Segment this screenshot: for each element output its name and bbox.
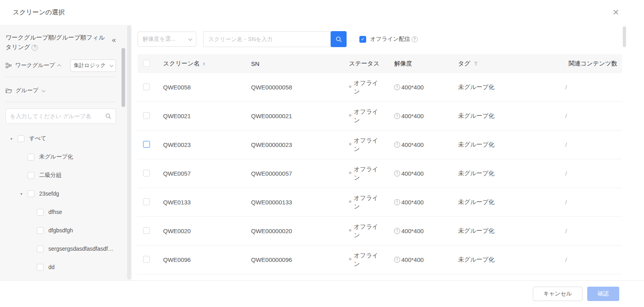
tree-item[interactable]: dfhse xyxy=(6,203,116,221)
screen-name-cell: QWE0057 xyxy=(160,170,248,177)
tree-checkbox[interactable] xyxy=(37,209,44,216)
row-checkbox[interactable] xyxy=(143,256,150,263)
warning-circle-icon: ! xyxy=(394,84,400,90)
status-text: オフライン xyxy=(354,79,379,95)
status-text: オフライン xyxy=(354,108,379,124)
confirm-button[interactable]: 確認 xyxy=(587,287,619,301)
tree-item-label: dfgbsdfgh xyxy=(48,227,73,234)
column-header-tag[interactable]: タグ xyxy=(455,60,559,67)
tree-item[interactable]: ▾すべて xyxy=(6,129,116,148)
tree-item[interactable]: 二級分組 xyxy=(6,166,116,184)
table-row: QWE0023QWE00000023オフライン!400*400未グループ化/ xyxy=(138,131,622,159)
table-row: QWE0058QWE00000058オフライン!400*400未グループ化/ xyxy=(138,73,622,102)
screen-name-cell: QWE0023 xyxy=(160,141,248,148)
workgroup-section-header[interactable]: ワークグループ 集計ロジック xyxy=(6,59,116,72)
tag-cell: 未グループ化 xyxy=(455,83,559,91)
tree-item[interactable]: dfgbsdfgh xyxy=(6,221,116,240)
select-all-checkbox[interactable] xyxy=(143,60,150,67)
group-section-header[interactable]: グループ xyxy=(6,84,116,97)
row-checkbox[interactable] xyxy=(143,227,150,234)
screen-search-input[interactable] xyxy=(203,31,331,47)
expand-arrow-icon[interactable]: ▾ xyxy=(10,137,18,141)
aggregation-logic-value: 集計ロジック xyxy=(74,62,106,69)
cancel-button[interactable]: キャンセル xyxy=(533,287,582,301)
row-checkbox[interactable] xyxy=(143,198,150,205)
status-text: オフライン xyxy=(354,194,379,210)
tree-item[interactable]: 未グループ化 xyxy=(6,148,116,166)
close-icon[interactable]: ✕ xyxy=(612,8,619,16)
row-checkbox[interactable] xyxy=(143,112,150,119)
row-checkbox[interactable] xyxy=(143,141,150,148)
expand-arrow-icon[interactable]: ▾ xyxy=(20,192,28,196)
search-button[interactable] xyxy=(331,31,347,47)
divider xyxy=(6,77,116,77)
status-text: オフライン xyxy=(354,165,379,182)
tree-item-label: すべて xyxy=(29,135,46,142)
status-text: オフライン xyxy=(354,252,379,268)
tree-checkbox[interactable] xyxy=(18,135,24,142)
warning-circle-icon: ! xyxy=(394,228,400,234)
status-cell: オフライン xyxy=(346,108,391,124)
tree-item[interactable]: dd xyxy=(6,258,116,276)
offline-delivery-option: ✓ オフライン配信 ? xyxy=(359,36,418,43)
search-icon[interactable] xyxy=(105,113,112,119)
resolution-text: 400*400 xyxy=(401,256,424,263)
filter-sidebar: ワークグループ順/グループ順フィルタリング? « ワークグループ 集計ロジック xyxy=(0,25,132,280)
collapse-sidebar-icon[interactable]: « xyxy=(112,36,116,52)
sidebar-scrollbar-track[interactable] xyxy=(127,26,131,279)
chevron-down-icon xyxy=(188,37,192,41)
offline-delivery-label: オフライン配信 xyxy=(370,36,410,43)
tree-item[interactable]: sergsergsdasdfasdfasdfas... xyxy=(6,240,116,258)
tree-checkbox[interactable] xyxy=(37,264,44,271)
content-count-cell: / xyxy=(559,228,622,234)
table-row: QWE0133QWE00000133オフライン!400*400未グループ化/ xyxy=(138,188,622,217)
tree-item-label: 二級分組 xyxy=(39,172,62,179)
content-count-cell: / xyxy=(559,113,622,119)
group-search-box xyxy=(6,109,116,124)
sn-cell: QWE00000058 xyxy=(248,84,346,91)
content-count-cell: / xyxy=(559,199,622,206)
tag-cell: 未グループ化 xyxy=(455,112,559,120)
offline-delivery-checkbox[interactable]: ✓ xyxy=(359,36,366,43)
tree-checkbox[interactable] xyxy=(28,190,34,197)
status-dot-icon xyxy=(349,85,351,88)
resolution-select[interactable]: 解像度を選... xyxy=(138,32,196,47)
group-tree: ▾すべて未グループ化二級分組▾23sefdgdfhsedfgbsdfghserg… xyxy=(6,129,116,276)
filter-icon[interactable] xyxy=(474,61,478,66)
tree-checkbox[interactable] xyxy=(37,227,44,234)
sn-cell: QWE00000023 xyxy=(248,141,346,148)
folder-icon xyxy=(6,88,12,94)
resolution-cell: !400*400 xyxy=(391,256,455,263)
table-row: QWE0020QWE00000020オフライン!400*400未グループ化/ xyxy=(138,217,622,246)
screen-name-cell: QWE0020 xyxy=(160,228,248,234)
row-checkbox[interactable] xyxy=(143,83,150,90)
aggregation-logic-select[interactable]: 集計ロジック xyxy=(70,59,116,72)
table-scrollbar-thumb[interactable] xyxy=(623,26,626,47)
help-icon[interactable]: ? xyxy=(32,45,38,51)
status-dot-icon xyxy=(349,172,351,174)
row-checkbox[interactable] xyxy=(143,170,150,176)
tree-checkbox[interactable] xyxy=(28,154,34,160)
sn-cell: QWE00000133 xyxy=(248,199,346,206)
sn-cell: QWE00000020 xyxy=(248,228,346,234)
group-search-input[interactable] xyxy=(10,113,105,119)
tag-cell: 未グループ化 xyxy=(455,170,559,177)
tree-checkbox[interactable] xyxy=(28,172,34,179)
resolution-cell: !400*400 xyxy=(391,199,455,206)
sort-icon[interactable]: ▲▼ xyxy=(202,62,205,66)
screen-name-cell: QWE0133 xyxy=(160,199,248,206)
status-dot-icon xyxy=(349,143,351,145)
column-header-sn: SN xyxy=(248,60,346,67)
resolution-cell: !400*400 xyxy=(391,228,455,234)
tree-checkbox[interactable] xyxy=(37,246,44,252)
tree-item[interactable]: ▾23sefdg xyxy=(6,184,116,203)
resolution-text: 400*400 xyxy=(401,141,424,148)
column-header-name[interactable]: スクリーン名 ▲▼ xyxy=(160,60,248,67)
help-icon[interactable]: ? xyxy=(412,36,418,42)
sidebar-scrollbar-thumb[interactable] xyxy=(122,48,125,107)
resolution-text: 400*400 xyxy=(401,84,424,91)
resolution-cell: !400*400 xyxy=(391,170,455,177)
tag-cell: 未グループ化 xyxy=(455,141,559,149)
column-header-content-count: 関連コンテンツ数 xyxy=(559,60,622,67)
table-body: QWE0058QWE00000058オフライン!400*400未グループ化/QW… xyxy=(138,73,622,274)
